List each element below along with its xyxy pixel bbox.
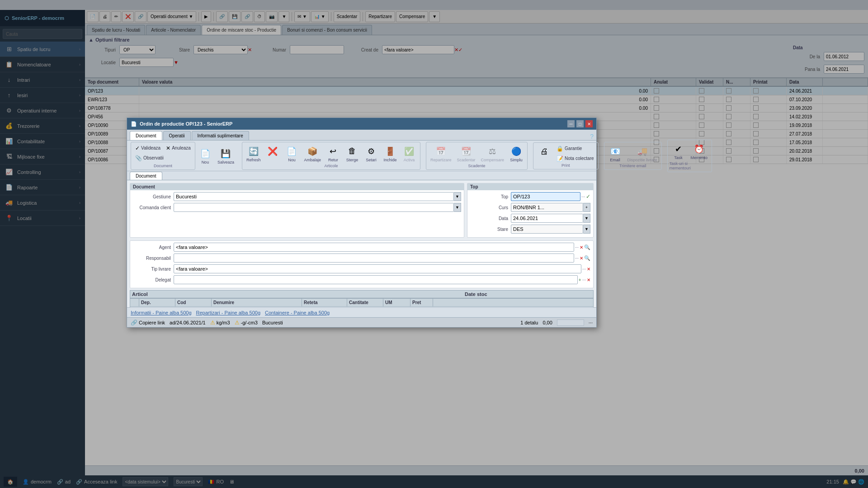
agent-search-icon[interactable]: 🔍 [584, 244, 590, 250]
garantie-button[interactable]: 🔒 Garantie [554, 144, 596, 153]
nou2-label: Nou [288, 158, 296, 162]
responsabil-label: Responsabil [133, 256, 174, 261]
top-check-icon: ✓ [586, 193, 590, 200]
repartizare-modal-button[interactable]: 📅 Repartizare [428, 144, 454, 164]
valideaza-icon: ✓ [135, 145, 140, 151]
footer-link-containere[interactable]: Containere - Paine alba 500g [265, 310, 330, 315]
task-button[interactable]: ✔ Task [670, 141, 688, 161]
stare-field: DES [511, 225, 583, 234]
dots-button[interactable]: ··· [589, 320, 593, 325]
salveaza-icon: 💾 [219, 147, 232, 160]
top-data-btn[interactable]: ▼ [583, 214, 590, 223]
scadentar-modal-button[interactable]: 📆 Scadentar [455, 144, 478, 164]
stare-label-modal: Stare [470, 227, 511, 232]
comanda-label: Comanda client [133, 205, 174, 210]
agent-dots[interactable]: ··· [575, 245, 579, 250]
top-value: OP/123 [513, 194, 530, 199]
tip-livrare-field: <fara valoare> [174, 264, 581, 273]
warn1-badge: ⚠ kg/m3 [210, 319, 230, 326]
agent-label: Agent [133, 245, 174, 250]
modal-close-button[interactable]: ✕ [585, 120, 593, 127]
stare-btn[interactable]: ▼ [583, 225, 590, 234]
top-data-value: 24.06.2021 [513, 216, 538, 221]
footer-link-repartizari[interactable]: Repartizari - Paine alba 500g [196, 310, 260, 315]
link-icon: 🔗 [131, 319, 137, 326]
email-icon: 📧 [609, 145, 622, 158]
task-label: Task [674, 155, 683, 160]
observatii-icon: 📎 [135, 155, 142, 161]
compensare-modal-button[interactable]: ⚖ Compensare [479, 144, 507, 164]
help-icon[interactable]: ? [590, 133, 594, 140]
modal-minimize-button[interactable]: ─ [567, 120, 575, 127]
modal-window-controls: ─ □ ✕ [567, 120, 593, 127]
inchide-button[interactable]: 🚪 Inchide [381, 144, 399, 164]
modal-tabs: Document Operatii Informatii suplimentar… [127, 130, 596, 141]
gestiune-btn[interactable]: ▼ [454, 192, 461, 201]
modal-toolbar: ✓ Valideaza ✕ Anuleaza 📎 Observatii Docu… [127, 141, 596, 171]
modal-overlay[interactable]: 📄 Ordin de productie OP/123 - SeniorERP … [0, 0, 868, 488]
modal-dialog: 📄 Ordin de productie OP/123 - SeniorERP … [127, 117, 597, 328]
modal-tab-informatii[interactable]: Informatii suplimentare [192, 131, 249, 140]
delegat-plus[interactable]: + [579, 277, 581, 282]
nou2-button[interactable]: 📄 Nou [283, 144, 301, 164]
delegat-x[interactable]: ✕ [587, 277, 590, 282]
responsabil-search-icon[interactable]: 🔍 [584, 255, 590, 261]
scadente-group: 📅 Repartizare 📆 Scadentar ⚖ Compensare 🔵… [426, 142, 528, 170]
print-button[interactable]: 🖨 [535, 144, 553, 163]
refresh-icon: 🔄 [247, 145, 260, 158]
ambalaje-button[interactable]: 📦 Ambalaje [302, 144, 323, 164]
sterge-button[interactable]: 🗑 Sterge [343, 144, 361, 164]
top-dots: ··· [581, 194, 585, 199]
salveaza-button[interactable]: 💾 Salveaza [215, 146, 236, 166]
anuleaza-label: Anuleaza [172, 145, 191, 150]
doc-subtab-document[interactable]: Document [130, 172, 162, 180]
doc-top-section: Document Gestiune Bucuresti ▼ Comanda cl… [130, 183, 594, 238]
articole-group: 🔄 Refresh ❌ 📄 Nou 📦 Ambalaje [242, 142, 420, 170]
tip-livrare-x[interactable]: ✕ [587, 267, 590, 272]
agent-field: <fara valoare> [174, 243, 574, 252]
garantie-icon: 🔒 [557, 145, 563, 152]
responsabil-x[interactable]: ✕ [580, 256, 583, 261]
modal-tab-document[interactable]: Document [130, 131, 162, 140]
email-button[interactable]: 📧 Email [606, 144, 624, 164]
top-panel-header: Top [467, 183, 593, 190]
warn1-text: kg/m3 [217, 320, 230, 325]
date-stoc-header-label: Date stoc [465, 291, 591, 297]
tip-livrare-dots[interactable]: ··· [582, 267, 586, 272]
simplu-button[interactable]: 🔵 Simplu [507, 144, 525, 164]
gestiune-field: Bucuresti [174, 192, 454, 201]
ag-col-um: UM [383, 299, 410, 306]
responsabil-dots[interactable]: ··· [575, 256, 579, 261]
stare-row: Stare DES ▼ [470, 225, 590, 234]
retur-button[interactable]: ↩ Retur [324, 144, 342, 164]
activa-button[interactable]: ✅ Activa [400, 144, 418, 164]
curs-btn[interactable]: + [583, 203, 590, 212]
refresh-button[interactable]: 🔄 Refresh [244, 144, 263, 164]
agent-x[interactable]: ✕ [580, 245, 583, 250]
email-group: 📧 Email 🚚 Dispozitie livrare Trimitere e… [604, 142, 662, 170]
warn2-text: -g/-cm3 [241, 320, 258, 325]
anuleaza-button[interactable]: ✕ Anuleaza [164, 144, 193, 153]
modal-maximize-button[interactable]: □ [576, 120, 584, 127]
setari-button[interactable]: ⚙ Setari [362, 144, 380, 164]
copiere-link-badge[interactable]: 🔗 Copiere link [131, 319, 165, 326]
valideaza-button[interactable]: ✓ Valideaza [133, 144, 163, 153]
nota-colectare-button[interactable]: 📝 Nota colectare [554, 154, 596, 163]
tip-livrare-value: <fara valoare> [176, 266, 208, 272]
setari-label: Setari [366, 158, 377, 162]
comanda-btn[interactable]: ▼ [454, 203, 461, 212]
footer-link-informatii[interactable]: Informatii - Paine alba 500g [131, 310, 192, 315]
delete-article-button[interactable]: ❌ [264, 144, 282, 164]
date-info-text: ad/24.06.2021/1 [170, 320, 206, 325]
nou-button[interactable]: 📄 Nou [196, 146, 214, 166]
nou-label: Nou [202, 160, 209, 164]
memento-button[interactable]: ⏰ Memento [689, 141, 710, 161]
salveaza-label: Salveaza [217, 160, 234, 164]
task-icon: ✔ [672, 143, 685, 155]
modal-tab-operatii[interactable]: Operatii [163, 131, 191, 140]
delegat-dots[interactable]: ··· [582, 277, 586, 282]
ag-col-pret: Pret [410, 299, 433, 306]
comanda-field [174, 203, 454, 212]
dispozitie-button[interactable]: 🚚 Dispozitie livrare [625, 144, 660, 164]
observatii-button[interactable]: 📎 Observatii [133, 154, 166, 163]
